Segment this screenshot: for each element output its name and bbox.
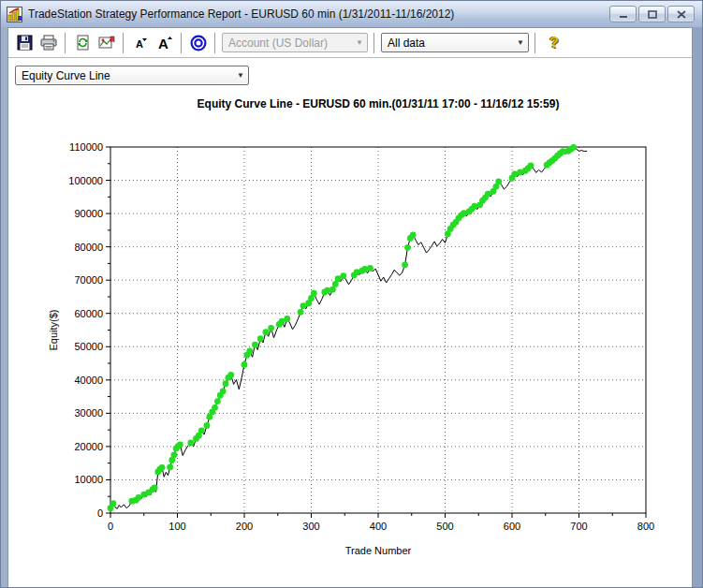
export-report-icon: [98, 35, 116, 51]
window-controls: [609, 6, 696, 22]
export-report-button[interactable]: [95, 32, 119, 54]
toolbar: A A Account (US Dollar): [8, 28, 692, 58]
close-button[interactable]: [667, 6, 695, 22]
svg-text:80000: 80000: [74, 242, 103, 253]
report-area: Equity Curve Line ▼ Equity Curve Line - …: [8, 58, 692, 587]
close-icon: [677, 10, 686, 19]
svg-text:300: 300: [302, 521, 319, 532]
svg-text:200: 200: [236, 521, 253, 532]
increase-font-icon: A: [156, 35, 173, 51]
svg-text:70000: 70000: [74, 274, 103, 286]
equity-curve-chart: 0100002000030000400005000060000700008000…: [8, 58, 695, 588]
svg-text:A: A: [158, 36, 168, 51]
refresh-button[interactable]: [70, 32, 95, 54]
account-combo: Account (US Dollar) ▼: [222, 33, 368, 52]
svg-text:Equity($): Equity($): [48, 309, 59, 350]
chevron-down-icon: ▼: [513, 38, 528, 47]
app-window: TradeStation Strategy Performance Report…: [0, 0, 703, 588]
svg-text:60000: 60000: [74, 308, 103, 319]
report-window-content: A A Account (US Dollar): [7, 27, 693, 587]
toolbar-separator: [373, 33, 375, 53]
svg-text:110000: 110000: [69, 141, 103, 153]
decrease-font-icon: A: [133, 35, 148, 51]
svg-text:100: 100: [168, 521, 185, 532]
svg-text:400: 400: [370, 521, 387, 532]
chevron-down-icon: ▼: [352, 38, 367, 47]
svg-text:800: 800: [637, 521, 654, 532]
maximize-icon: [648, 10, 657, 19]
minimize-button[interactable]: [609, 6, 637, 22]
target-button[interactable]: [186, 32, 211, 54]
svg-text:500: 500: [436, 521, 453, 532]
svg-text:30000: 30000: [74, 407, 103, 419]
toolbar-separator: [181, 33, 183, 53]
toolbar-separator: [123, 33, 124, 53]
print-button[interactable]: [37, 32, 61, 54]
save-button[interactable]: [12, 32, 37, 54]
svg-text:0: 0: [97, 507, 103, 519]
toolbar-separator: [535, 33, 536, 53]
title-bar: TradeStation Strategy Performance Report…: [1, 1, 702, 27]
data-range-combo[interactable]: All data ▼: [381, 33, 529, 52]
decrease-font-button[interactable]: A: [128, 32, 153, 54]
help-icon[interactable]: ?: [549, 35, 559, 51]
minimize-icon: [619, 10, 628, 19]
account-combo-value: Account (US Dollar): [228, 37, 352, 50]
save-icon: [17, 35, 33, 51]
svg-text:90000: 90000: [74, 208, 103, 219]
refresh-icon: [75, 35, 91, 51]
target-icon: [190, 35, 207, 51]
toolbar-separator: [65, 33, 66, 53]
svg-text:A: A: [136, 38, 143, 50]
svg-text:Trade Number: Trade Number: [345, 545, 412, 556]
svg-text:10000: 10000: [74, 474, 103, 485]
print-icon: [40, 35, 57, 51]
svg-text:0: 0: [108, 521, 113, 532]
svg-text:20000: 20000: [74, 441, 103, 452]
app-icon: [7, 7, 22, 22]
toolbar-separator: [214, 33, 216, 53]
maximize-button[interactable]: [638, 6, 666, 22]
data-range-combo-value: All data: [388, 37, 513, 50]
svg-text:40000: 40000: [74, 375, 103, 386]
window-title: TradeStation Strategy Performance Report…: [28, 7, 454, 21]
svg-text:700: 700: [570, 521, 587, 532]
svg-text:50000: 50000: [74, 341, 103, 352]
svg-text:100000: 100000: [68, 175, 103, 186]
svg-text:600: 600: [504, 521, 520, 532]
increase-font-button[interactable]: A: [153, 32, 177, 54]
